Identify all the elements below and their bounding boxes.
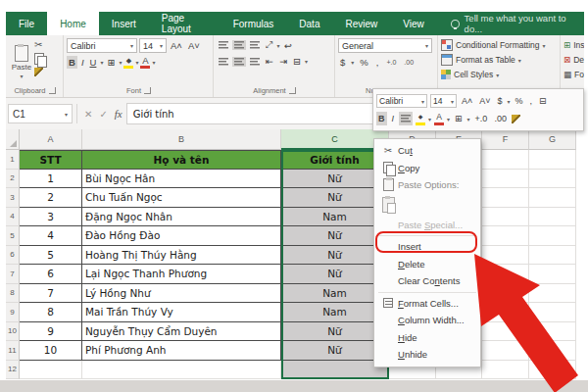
tab-insert[interactable]: Insert bbox=[99, 12, 149, 35]
tab-formulas[interactable]: Formulas bbox=[220, 12, 287, 35]
cell-B11[interactable]: Phí Phương Anh bbox=[82, 341, 281, 361]
increase-indent-button[interactable]: ⇥ bbox=[277, 55, 289, 68]
tab-file[interactable]: File bbox=[6, 12, 47, 35]
mini-font-size-select[interactable]: 14▾ bbox=[430, 94, 457, 108]
cell-F1[interactable] bbox=[482, 150, 529, 170]
row-header-12[interactable]: 12 bbox=[6, 361, 20, 380]
cell-F5[interactable] bbox=[482, 226, 529, 246]
row-header-4[interactable]: 4 bbox=[6, 208, 20, 227]
borders-button[interactable]: ⊞ bbox=[105, 56, 117, 69]
cell-A6[interactable]: 5 bbox=[20, 246, 82, 266]
wrap-text-button[interactable]: ↩ bbox=[282, 39, 294, 52]
cell-styles-button[interactable]: Cell Styles▾ bbox=[441, 68, 558, 81]
row-header-6[interactable]: 6 bbox=[6, 246, 20, 266]
mini-decrease-decimal-button[interactable]: .00 bbox=[492, 112, 509, 125]
cell-G12[interactable] bbox=[529, 361, 576, 380]
cell-A1[interactable]: STT bbox=[20, 150, 82, 170]
format-painter-button[interactable] bbox=[34, 68, 43, 76]
mini-center-button[interactable] bbox=[399, 112, 413, 125]
cell-G6[interactable] bbox=[529, 246, 576, 266]
cell-F4[interactable] bbox=[482, 208, 529, 227]
menu-item-delete[interactable]: Delete bbox=[374, 256, 480, 273]
tab-data[interactable]: Data bbox=[286, 12, 332, 35]
paste-button[interactable]: Paste ▾ bbox=[9, 38, 34, 85]
mini-italic-button[interactable]: I bbox=[390, 112, 397, 125]
column-header-A[interactable]: A bbox=[20, 129, 82, 150]
copy-button[interactable] bbox=[34, 53, 44, 65]
cell-B9[interactable]: Mai Trần Thúy Vy bbox=[82, 303, 281, 322]
menu-item-column-width[interactable]: Column Width... bbox=[374, 312, 480, 329]
tell-me-box[interactable]: Tell me what you want to do... bbox=[451, 12, 584, 35]
row-header-10[interactable]: 10 bbox=[6, 322, 20, 342]
number-format-select[interactable]: General▾ bbox=[338, 38, 432, 53]
bottom-align-button[interactable] bbox=[248, 40, 262, 50]
cell-F7[interactable] bbox=[482, 265, 529, 284]
align-right-button[interactable] bbox=[248, 57, 262, 67]
cell-A3[interactable]: 2 bbox=[20, 188, 82, 208]
merge-center-button[interactable]: ⊟ bbox=[291, 55, 303, 68]
cell-G3[interactable] bbox=[529, 188, 576, 208]
cell-A9[interactable]: 8 bbox=[20, 303, 82, 322]
cell-F2[interactable] bbox=[482, 170, 529, 189]
cell-F3[interactable] bbox=[482, 188, 529, 208]
cell-F10[interactable] bbox=[482, 322, 529, 342]
cell-G5[interactable] bbox=[529, 226, 576, 246]
cell-B1[interactable]: Họ và tên bbox=[82, 150, 281, 170]
underline-button[interactable]: U bbox=[88, 56, 99, 69]
currency-button[interactable]: $ bbox=[338, 56, 347, 69]
cancel-icon[interactable]: ✕ bbox=[84, 109, 92, 120]
decrease-indent-button[interactable]: ⇤ bbox=[264, 55, 275, 68]
center-button[interactable] bbox=[232, 57, 246, 67]
cell-G8[interactable] bbox=[529, 284, 576, 304]
cell-A10[interactable]: 9 bbox=[20, 322, 82, 342]
cell-A11[interactable]: 10 bbox=[20, 341, 82, 361]
name-box[interactable]: C1▾ bbox=[8, 104, 73, 123]
cell-G9[interactable] bbox=[529, 303, 576, 322]
menu-item-insert[interactable]: Insert bbox=[374, 238, 480, 256]
cell-B7[interactable]: Lại Ngọc Thanh Phương bbox=[82, 265, 281, 284]
menu-item-paste-option[interactable] bbox=[374, 194, 480, 217]
cell-G11[interactable] bbox=[529, 341, 576, 361]
select-all-corner[interactable] bbox=[6, 129, 20, 150]
menu-item-format-cells[interactable]: Format Cells... bbox=[374, 295, 480, 313]
row-header-9[interactable]: 9 bbox=[6, 303, 20, 322]
cell-B5[interactable]: Đào Hồng Đào bbox=[82, 226, 281, 246]
cell-A7[interactable]: 6 bbox=[20, 265, 82, 284]
percent-button[interactable]: % bbox=[358, 56, 369, 69]
decrease-font-size-button[interactable]: A˅ bbox=[186, 39, 202, 52]
font-size-select[interactable]: 14▾ bbox=[139, 38, 167, 53]
format-cells-ribbon-button[interactable]: ▦Format bbox=[564, 68, 582, 81]
top-align-button[interactable] bbox=[217, 40, 230, 50]
tab-page-layout[interactable]: Page Layout bbox=[149, 12, 220, 35]
cell-B10[interactable]: Nguyễn Thụy Cẩm Duyên bbox=[82, 322, 281, 342]
mini-merge-center-button[interactable]: ⊟ bbox=[537, 94, 549, 108]
italic-button[interactable]: I bbox=[79, 56, 86, 69]
cell-G7[interactable] bbox=[529, 265, 576, 284]
cell-G4[interactable] bbox=[529, 208, 576, 227]
cell-G10[interactable] bbox=[529, 322, 576, 342]
cell-B4[interactable]: Đặng Ngọc Nhân bbox=[82, 208, 281, 227]
decrease-decimal-button[interactable]: .00 bbox=[402, 58, 416, 67]
row-header-5[interactable]: 5 bbox=[6, 226, 20, 246]
cell-B12[interactable] bbox=[82, 361, 281, 380]
menu-item-copy[interactable]: Copy bbox=[374, 160, 480, 177]
column-header-B[interactable]: B bbox=[82, 129, 281, 150]
row-header-7[interactable]: 7 bbox=[6, 265, 20, 284]
cell-A4[interactable]: 3 bbox=[20, 208, 82, 227]
mini-increase-decimal-button[interactable]: +.0 bbox=[473, 112, 490, 125]
cut-button[interactable]: ✂ bbox=[34, 40, 44, 50]
mini-comma-button[interactable]: , bbox=[528, 94, 535, 108]
menu-item-cut[interactable]: ✂Cut bbox=[374, 142, 480, 160]
fill-color-button[interactable]: ◆ bbox=[123, 56, 133, 69]
cell-G2[interactable] bbox=[529, 170, 576, 189]
cell-A2[interactable]: 1 bbox=[20, 170, 82, 189]
row-header-11[interactable]: 11 bbox=[6, 341, 20, 361]
enter-icon[interactable]: ✓ bbox=[99, 109, 107, 120]
column-header-G[interactable]: G bbox=[529, 129, 576, 150]
increase-decimal-button[interactable]: +.0 bbox=[384, 58, 398, 67]
tab-home[interactable]: Home bbox=[47, 12, 99, 35]
mini-percent-button[interactable]: % bbox=[514, 94, 525, 108]
clipboard-dialog-launcher[interactable] bbox=[49, 87, 56, 94]
cell-B8[interactable]: Lý Hồng Như bbox=[82, 284, 281, 304]
row-header-1[interactable]: 1 bbox=[6, 150, 20, 170]
